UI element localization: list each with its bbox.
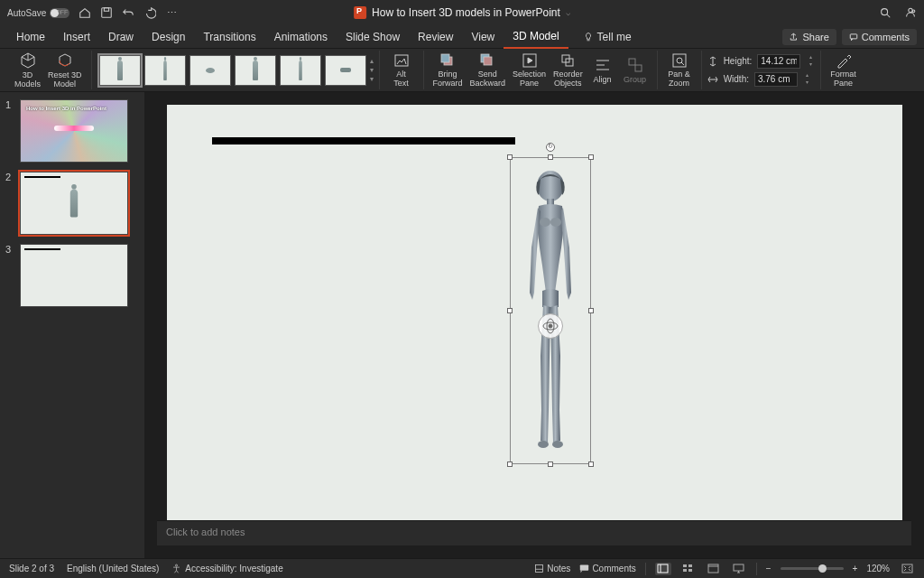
bring-forward-button[interactable]: Bring Forward (430, 51, 467, 89)
view-back[interactable] (235, 55, 276, 86)
resize-handle-nw[interactable] (507, 154, 513, 160)
chevron-down-icon[interactable]: ⌵ (566, 8, 570, 17)
zoom-out-button[interactable]: − (766, 564, 772, 573)
tab-view[interactable]: View (462, 25, 504, 49)
alt-text-label: Alt Text (393, 70, 409, 89)
slide-thumbnail-3[interactable] (20, 244, 128, 307)
more-icon[interactable]: ⋯ (165, 6, 178, 19)
zoom-level[interactable]: 120% (866, 564, 890, 573)
alt-text-button[interactable]: Alt Text (385, 51, 418, 89)
reset-3d-button[interactable]: Reset 3D Model (44, 51, 86, 89)
selection-pane-label: Selection Pane (513, 70, 546, 89)
svg-rect-37 (902, 564, 912, 573)
gallery-up-icon[interactable]: ▴ (370, 57, 374, 65)
notes-toggle[interactable]: Notes (534, 564, 570, 573)
undo-icon[interactable] (122, 6, 134, 19)
accessibility-status[interactable]: Accessibility: Investigate (171, 564, 282, 573)
tab-design[interactable]: Design (143, 25, 194, 49)
resize-handle-sw[interactable] (507, 461, 513, 467)
3d-models-button[interactable]: 3D Models (11, 51, 44, 89)
tab-slideshow[interactable]: Slide Show (337, 25, 409, 49)
pan-zoom-icon (670, 52, 688, 69)
view-right[interactable] (144, 55, 186, 86)
3d-orbit-control[interactable] (538, 313, 563, 339)
zoom-slider[interactable] (781, 567, 844, 570)
resize-handle-ne[interactable] (588, 154, 594, 160)
model-views-gallery: ▴ ▾ ▾ (92, 51, 380, 89)
language-status[interactable]: English (United States) (67, 564, 159, 573)
group-button[interactable]: Group (619, 51, 651, 89)
notes-pane[interactable]: Click to add notes (157, 520, 911, 545)
share-button[interactable]: Share (782, 29, 836, 45)
width-spinner[interactable]: ▴▾ (803, 72, 812, 87)
gallery-more-icon[interactable]: ▾ (370, 75, 374, 83)
account-icon[interactable] (904, 6, 917, 19)
comments-button[interactable]: Comments (842, 29, 917, 45)
width-input[interactable] (754, 72, 798, 87)
zoom-in-button[interactable]: + (853, 564, 858, 573)
svg-rect-28 (536, 565, 543, 573)
autosave-toggle[interactable]: AutoSave OFF (7, 8, 69, 18)
bulb-icon (583, 32, 594, 42)
fit-window-button[interactable] (899, 563, 915, 575)
tab-animations[interactable]: Animations (265, 25, 337, 49)
tab-insert[interactable]: Insert (54, 25, 99, 49)
view-top[interactable] (189, 55, 231, 86)
sorter-view-button[interactable] (680, 563, 697, 575)
rotate-handle[interactable] (546, 143, 555, 152)
svg-rect-15 (635, 65, 642, 71)
comments-toggle[interactable]: Comments (579, 564, 635, 573)
slide-thumbnail-2[interactable] (20, 172, 128, 235)
reading-view-button[interactable] (706, 563, 722, 575)
format-pane-button[interactable]: Format Pane (827, 51, 860, 89)
send-backward-button[interactable]: Send Backward (467, 51, 510, 89)
title-placeholder[interactable] (212, 137, 515, 144)
comment-icon (579, 564, 589, 573)
slide-canvas[interactable] (167, 105, 902, 520)
document-title: How to Insert 3D models in PowerPoint ⌵ (354, 6, 570, 19)
reorder-objects-button[interactable]: Reorder Objects (550, 51, 587, 89)
height-icon (707, 56, 718, 67)
view-left[interactable] (280, 55, 321, 86)
resize-handle-e[interactable] (588, 308, 594, 313)
svg-rect-10 (484, 57, 492, 65)
view-front[interactable] (99, 55, 141, 86)
slide-counter[interactable]: Slide 2 of 3 (9, 564, 54, 573)
tab-review[interactable]: Review (409, 25, 462, 49)
svg-rect-0 (102, 8, 112, 18)
search-icon[interactable] (879, 6, 892, 19)
redo-icon[interactable] (143, 6, 156, 19)
pan-zoom-button[interactable]: Pan & Zoom (663, 51, 696, 89)
selection-pane-button[interactable]: Selection Pane (509, 51, 550, 89)
svg-point-27 (176, 564, 178, 566)
normal-view-button[interactable] (655, 563, 671, 575)
main-area: 1 How to Insert 3D in PowerPoint 2 3 (0, 92, 924, 558)
height-spinner[interactable]: ▴▾ (806, 54, 815, 69)
align-button[interactable]: Align (587, 51, 619, 89)
slideshow-view-button[interactable] (731, 563, 747, 575)
home-icon[interactable] (79, 6, 91, 19)
slide-thumbnail-1[interactable]: How to Insert 3D in PowerPoint (20, 99, 128, 163)
save-icon[interactable] (100, 6, 113, 19)
gallery-down-icon[interactable]: ▾ (370, 66, 374, 74)
reorder-icon (559, 52, 577, 69)
comment-icon (849, 33, 858, 42)
tab-3d-model[interactable]: 3D Model (504, 25, 568, 49)
slide-number-3: 3 (5, 244, 14, 307)
svg-rect-34 (688, 569, 692, 572)
tab-draw[interactable]: Draw (99, 25, 143, 49)
3d-model-selection[interactable] (510, 157, 591, 464)
slide-panel: 1 How to Insert 3D in PowerPoint 2 3 (0, 92, 144, 558)
share-icon (790, 33, 799, 42)
tab-transitions[interactable]: Transitions (194, 25, 264, 49)
tab-home[interactable]: Home (7, 25, 54, 49)
resize-handle-n[interactable] (548, 154, 553, 160)
resize-handle-se[interactable] (588, 461, 594, 467)
pan-zoom-label: Pan & Zoom (668, 70, 690, 89)
resize-handle-s[interactable] (548, 461, 553, 467)
svg-point-26 (549, 324, 552, 328)
resize-handle-w[interactable] (507, 308, 513, 313)
view-bottom[interactable] (325, 55, 366, 86)
tell-me[interactable]: Tell me (574, 25, 641, 49)
height-input[interactable] (757, 54, 800, 69)
